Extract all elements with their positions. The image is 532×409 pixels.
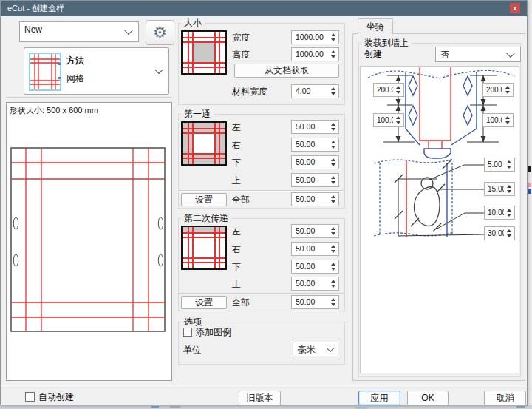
add-legend-checkbox[interactable]: [183, 328, 192, 337]
pass1-top-label: 上: [232, 174, 241, 188]
cancel-button[interactable]: 取消: [484, 391, 526, 405]
window-title: eCut - 创建盒样: [1, 4, 64, 13]
separator: [1, 385, 527, 386]
spin-buttons[interactable]: [328, 138, 338, 151]
separator: [179, 190, 344, 192]
separator: [179, 293, 344, 294]
spin-buttons[interactable]: [328, 296, 338, 308]
host-mark: [170, 406, 180, 408]
preview-drawing: [7, 103, 171, 380]
pass2-right-label: 右: [232, 243, 241, 257]
create-combobox[interactable]: 否: [435, 47, 521, 62]
spin-buttons[interactable]: [504, 206, 514, 219]
chevron-down-icon: [154, 66, 163, 74]
method-title: 方法: [66, 55, 84, 67]
spin-buttons[interactable]: [502, 84, 513, 96]
pass1-left-input[interactable]: 50.00: [291, 120, 339, 134]
spin-buttons[interactable]: [328, 174, 338, 186]
spin-buttons[interactable]: [393, 114, 403, 126]
dim-top-right-input[interactable]: 200.0: [482, 83, 514, 97]
material-width-label: 材料宽度: [232, 85, 267, 99]
pass2-right-input[interactable]: 50.00: [291, 242, 339, 256]
unit-combobox[interactable]: 毫米: [293, 342, 338, 356]
dim-d1-input[interactable]: 5.00: [484, 158, 515, 172]
unit-label: 单位: [183, 343, 201, 357]
screen: eCut - 创建盒样 x New ⚙ 方法 网格: [0, 0, 532, 409]
mount-diagram-panel: [360, 66, 519, 373]
dim-d4-input[interactable]: 30.00: [484, 226, 515, 240]
spin-buttons[interactable]: [328, 31, 338, 44]
spin-buttons[interactable]: [504, 158, 514, 171]
spin-buttons[interactable]: [393, 84, 403, 96]
host-mark: [516, 406, 525, 408]
close-button[interactable]: x: [510, 3, 520, 13]
dim-d2-input[interactable]: 15.00: [484, 182, 515, 196]
preview-panel: 形状大小: 500 x 600 mm: [6, 102, 172, 381]
pass2-left-input[interactable]: 50.00: [291, 224, 339, 238]
spin-buttons[interactable]: [504, 227, 514, 240]
size-icon: [181, 30, 227, 75]
pass2-top-label: 上: [232, 277, 241, 291]
apply-button[interactable]: 应用: [358, 391, 400, 405]
pass1-right-input[interactable]: 50.00: [291, 138, 339, 152]
pass2-title: 第二次传递: [181, 213, 231, 223]
method-value: 网格: [66, 72, 84, 85]
dim-mid-right-input[interactable]: 100.0: [482, 113, 514, 127]
spin-buttons[interactable]: [502, 114, 513, 126]
pass1-icon: [181, 121, 227, 166]
palette-swatch-pink: [528, 183, 531, 187]
window-titlebar[interactable]: eCut - 创建盒样 x: [1, 1, 527, 16]
pass1-set-button[interactable]: 设置: [181, 193, 227, 206]
pass2-bottom-label: 下: [232, 260, 241, 274]
spin-buttons[interactable]: [328, 48, 338, 61]
spin-buttons[interactable]: [328, 225, 338, 237]
preset-combobox[interactable]: New: [19, 21, 139, 42]
close-icon: x: [513, 4, 516, 12]
spin-buttons[interactable]: [328, 85, 338, 98]
pass1-all-input[interactable]: 50.00: [291, 192, 339, 206]
height-input[interactable]: 1000.00: [291, 47, 339, 61]
dim-mid-left-input[interactable]: 100.0: [373, 113, 404, 127]
spin-buttons[interactable]: [328, 121, 338, 133]
spin-buttons[interactable]: [328, 277, 338, 290]
host-app-bottom-edge: [0, 405, 532, 409]
mount-tab[interactable]: 坐骑: [358, 18, 393, 34]
pass2-all-input[interactable]: 50.00: [291, 295, 339, 309]
spin-buttons[interactable]: [328, 193, 338, 206]
pass1-top-input[interactable]: 50.00: [291, 173, 339, 187]
pass2-top-input[interactable]: 50.00: [291, 277, 339, 291]
add-legend-label: 添加图例: [196, 325, 231, 339]
width-label: 宽度: [232, 31, 250, 45]
pass2-icon: [181, 226, 227, 270]
spin-buttons[interactable]: [328, 156, 338, 169]
method-combobox[interactable]: 方法 网格: [24, 47, 169, 95]
height-label: 高度: [232, 48, 250, 62]
material-width-input[interactable]: 4.00: [291, 84, 339, 98]
pass2-all-label: 全部: [232, 296, 250, 310]
pass2-bottom-input[interactable]: 50.00: [291, 260, 339, 274]
pass1-right-label: 右: [232, 138, 241, 152]
pass2-set-button[interactable]: 设置: [181, 296, 227, 309]
spin-buttons[interactable]: [504, 183, 514, 195]
dim-top-left-input[interactable]: 200.0: [373, 83, 404, 97]
ok-button[interactable]: OK: [407, 391, 449, 405]
settings-button[interactable]: ⚙: [146, 20, 174, 45]
get-from-document-button[interactable]: 从文档获取: [234, 64, 339, 78]
spin-buttons[interactable]: [328, 260, 338, 273]
pass1-all-label: 全部: [232, 193, 250, 207]
spin-buttons[interactable]: [328, 243, 338, 255]
old-version-button[interactable]: 旧版本: [239, 391, 281, 405]
auto-create-label: 自动创建: [38, 391, 74, 405]
host-app-right-edge: [528, 0, 532, 405]
pass1-bottom-label: 下: [232, 156, 241, 170]
host-mark: [151, 406, 159, 408]
auto-create-checkbox[interactable]: [25, 392, 35, 402]
separator: [6, 97, 172, 98]
dim-d3-input[interactable]: 10.00: [484, 206, 515, 220]
palette-swatch-blue: [528, 189, 531, 194]
palette-swatch-black: [528, 166, 531, 172]
pass1-bottom-input[interactable]: 50.00: [291, 155, 339, 169]
width-input[interactable]: 1000.00: [291, 30, 339, 44]
preset-value: New: [20, 22, 138, 35]
size-group-title: 大小: [181, 18, 205, 28]
